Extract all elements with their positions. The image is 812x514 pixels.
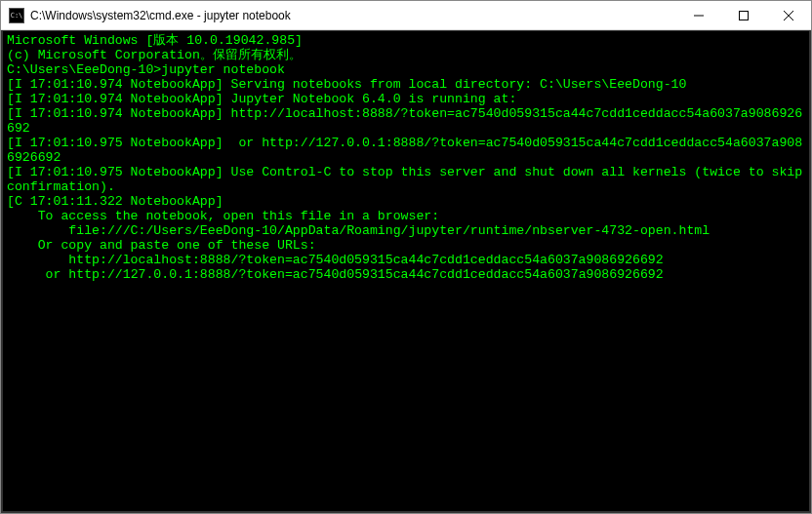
console-line: (c) Microsoft Corporation。保留所有权利。 [7,48,805,62]
console-line: [I 17:01:10.975 NotebookApp] Use Control… [7,165,805,194]
console-line: To access the notebook, open this file i… [7,209,805,223]
console-line: C:\Users\EeeDong-10>jupyter notebook [7,62,805,77]
window-frame: C:\ C:\Windows\system32\cmd.exe - jupyte… [0,0,812,514]
maximize-button[interactable] [721,1,766,29]
minimize-button[interactable] [676,1,721,29]
console-line: [I 17:01:10.974 NotebookApp] Jupyter Not… [7,92,805,106]
console-line: file:///C:/Users/EeeDong-10/AppData/Roam… [7,223,805,238]
cmd-icon-label: C:\ [11,12,23,20]
titlebar-buttons [676,1,811,29]
cmd-icon: C:\ [9,8,24,23]
console-line: http://localhost:8888/?token=ac7540d0593… [7,253,805,267]
console-output[interactable]: Microsoft Windows [版本 10.0.19042.985](c)… [1,30,811,513]
close-icon [784,11,793,20]
window-title: C:\Windows\system32\cmd.exe - jupyter no… [30,9,676,22]
titlebar[interactable]: C:\ C:\Windows\system32\cmd.exe - jupyte… [1,1,811,30]
maximize-icon [739,11,749,20]
console-line: [I 17:01:10.975 NotebookApp] or http://1… [7,136,805,165]
svg-rect-1 [740,11,749,20]
console-line: Or copy and paste one of these URLs: [7,238,805,253]
console-line: [I 17:01:10.974 NotebookApp] Serving not… [7,77,805,92]
console-line: Microsoft Windows [版本 10.0.19042.985] [7,33,805,48]
minimize-icon [694,11,704,20]
close-button[interactable] [766,1,811,29]
console-line: [C 17:01:11.322 NotebookApp] [7,194,805,209]
console-line: [I 17:01:10.974 NotebookApp] http://loca… [7,106,805,136]
console-line: or http://127.0.0.1:8888/?token=ac7540d0… [7,267,805,282]
